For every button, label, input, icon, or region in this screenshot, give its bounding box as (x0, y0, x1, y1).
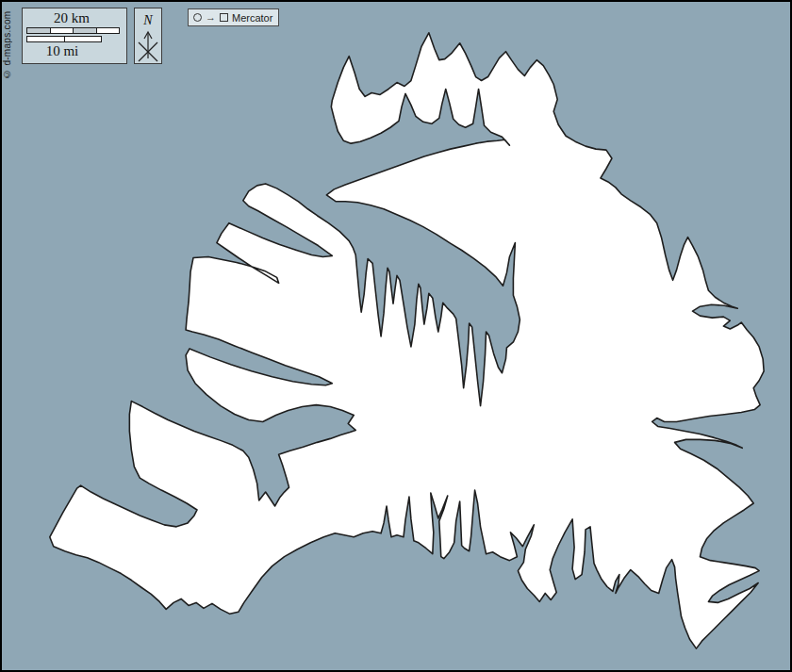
scale-bar-segment (65, 37, 102, 41)
scale-bar-panel: 20 km 10 mi (22, 8, 127, 64)
scale-km-bar (26, 27, 120, 34)
right-arrow-icon: → (206, 12, 216, 23)
square-icon (220, 13, 228, 22)
circle-icon (193, 13, 202, 22)
map-canvas (2, 2, 790, 670)
north-arrow-icon: N (135, 8, 161, 63)
scale-bar-segment (74, 28, 97, 33)
compass-n-label: N (142, 13, 153, 27)
projection-label: Mercator (232, 12, 272, 24)
scale-bar-segment (27, 37, 65, 41)
scale-bar-segment (51, 28, 74, 33)
scale-bar-segment (27, 28, 51, 33)
compass-star-icon (139, 32, 157, 61)
scale-bar-segment (97, 28, 120, 33)
scale-km-label: 20 km (23, 10, 121, 25)
projection-chip: → Mercator (188, 8, 279, 26)
compass-panel: N (134, 8, 162, 64)
scale-mi-bar (26, 36, 102, 42)
copyright-notice: © d-maps.com (2, 8, 12, 79)
map-page: 20 km 10 mi N → Mercator © d-maps.com (0, 0, 792, 672)
scale-mi-label: 10 mi (23, 43, 102, 58)
